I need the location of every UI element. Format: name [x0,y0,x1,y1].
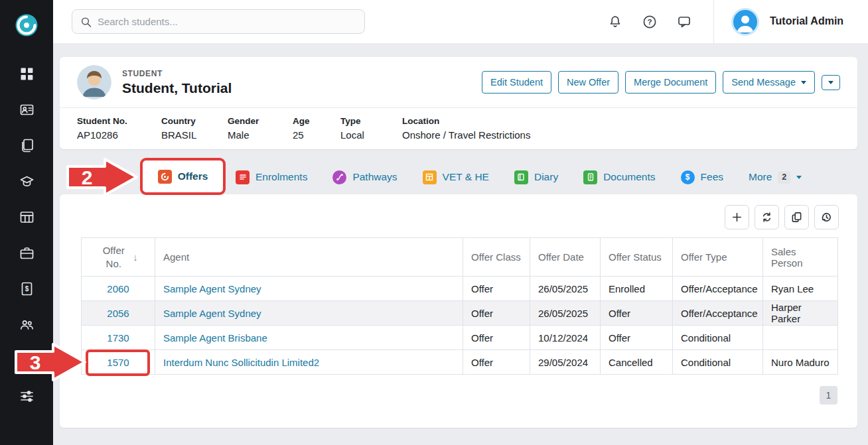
more-count-badge: 2 [778,171,790,184]
offer-date-cell: 29/05/2024 [530,350,601,375]
agent-link[interactable]: Sample Agent Sydney [163,308,261,319]
graduation-cap-icon [20,174,34,188]
agent-link[interactable]: Interdum Nunc Sollicitudin Limited2 [163,357,319,368]
search-icon [80,16,92,28]
refresh-button[interactable] [755,205,779,229]
question-circle-icon: ? [642,15,657,29]
sliders-icon [20,389,34,403]
copy-icon [791,212,802,223]
app-root: $ ? Tutor [0,0,868,445]
offers-panel: Offer No.↓ Agent Offer Class Offer Date … [60,194,857,428]
annotation-arrow-step3: 3 [11,342,89,383]
more-actions-dropdown-button[interactable] [822,75,840,90]
agent-link[interactable]: Sample Agent Sydney [163,283,261,294]
briefcase-icon [20,246,34,260]
tab-vet-he[interactable]: VET & HE [423,170,489,184]
offers-toolbar [725,205,839,229]
student-avatar[interactable] [77,65,111,99]
history-icon [821,212,832,223]
table-row: 1730 Sample Agent Brisbane Offer 10/12/2… [82,326,838,350]
sidebar-item-dashboard[interactable] [19,66,34,81]
pagination-page-1[interactable]: 1 [820,386,837,405]
plus-icon [731,212,743,223]
tab-pathways[interactable]: Pathways [332,170,397,184]
sidebar-item-agents[interactable] [19,317,34,332]
edit-student-button[interactable]: Edit Student [482,71,551,94]
chevron-down-icon [801,81,806,84]
table-row: 1570 Interdum Nunc Sollicitudin Limited2… [82,350,838,375]
add-offer-button[interactable] [725,205,749,229]
offer-status-cell: Cancelled [601,350,673,375]
user-avatar[interactable] [731,8,759,36]
svg-text:$: $ [25,285,29,292]
documents-icon [583,170,597,184]
chat-button[interactable] [675,13,693,31]
tab-enrolments[interactable]: Enrolments [236,170,307,184]
sidebar-item-students[interactable] [19,102,34,117]
history-button[interactable] [814,205,839,229]
tab-fees[interactable]: $ Fees [681,170,723,184]
column-header-offer-date[interactable]: Offer Date [530,238,601,277]
offer-status-cell: Offer [601,326,673,350]
send-message-button[interactable]: Send Message [723,71,815,94]
tab-offers[interactable]: Offers [158,170,208,184]
tab-diary[interactable]: Diary [514,170,558,184]
column-header-agent[interactable]: Agent [155,238,463,277]
info-student-no: Student No.AP10286 [77,116,161,141]
fees-icon: $ [681,170,695,184]
offer-status-cell: Enrolled [601,277,673,301]
column-header-offer-status[interactable]: Offer Status [601,238,673,277]
agent-link[interactable]: Sample Agent Brisbane [163,332,267,344]
student-search [72,9,365,34]
chevron-down-icon [828,81,833,84]
sidebar-item-invoices[interactable]: $ [19,281,34,296]
info-age: Age25 [293,116,340,141]
merge-document-button[interactable]: Merge Document [625,71,716,94]
offer-date-cell: 26/05/2025 [530,277,601,301]
sidebar-item-services[interactable] [19,245,34,260]
copy-button[interactable] [784,205,809,229]
column-header-offer-no[interactable]: Offer No.↓ [82,238,155,277]
student-header-card: STUDENT Student, Tutorial Edit Student N… [60,57,857,149]
tab-more[interactable]: More 2 [749,171,802,184]
enrolments-icon [236,170,250,184]
table-header-row: Offer No.↓ Agent Offer Class Offer Date … [82,238,838,277]
sidebar-item-offers[interactable] [19,138,34,153]
search-input[interactable] [98,16,356,27]
table-grid-icon [20,210,34,224]
offer-no-link[interactable]: 2060 [107,283,129,294]
user-name[interactable]: Tutorial Admin [770,15,843,27]
chevron-down-icon [796,176,802,179]
bell-icon [608,15,622,29]
pathways-icon [332,170,346,184]
help-button[interactable]: ? [640,13,659,31]
offer-status-cell: Offer [601,301,673,326]
offer-class-cell: Offer [463,350,530,375]
app-logo[interactable] [0,0,53,46]
offer-type-cell: Conditional [673,350,763,375]
person-icon [734,11,757,34]
offer-date-cell: 10/12/2024 [530,326,601,350]
sort-desc-icon[interactable]: ↓ [133,251,138,263]
diary-icon [514,170,528,184]
sales-person-cell [763,326,838,350]
dashboard-icon [20,67,34,81]
notifications-button[interactable] [606,13,624,31]
table-row: 2056 Sample Agent Sydney Offer 26/05/202… [82,301,838,326]
topbar: ? Tutorial Admin [53,0,868,44]
column-header-offer-class[interactable]: Offer Class [463,238,530,277]
new-offer-button[interactable]: New Offer [558,71,618,94]
student-name: Student, Tutorial [122,80,232,96]
sidebar-item-courses[interactable] [19,174,34,188]
tab-documents[interactable]: Documents [583,170,655,184]
student-identity: STUDENT Student, Tutorial [122,69,232,96]
column-header-sales-person[interactable]: Sales Person [763,238,838,277]
offers-icon [158,170,172,184]
column-header-offer-type[interactable]: Offer Type [673,238,763,277]
offer-no-link[interactable]: 1730 [107,332,129,344]
offers-table: Offer No.↓ Agent Offer Class Offer Date … [81,237,838,375]
sidebar-item-classes[interactable] [19,210,34,224]
offer-class-cell: Offer [463,326,530,350]
offer-no-link[interactable]: 2056 [107,308,129,319]
sidebar-item-settings[interactable] [19,389,34,403]
